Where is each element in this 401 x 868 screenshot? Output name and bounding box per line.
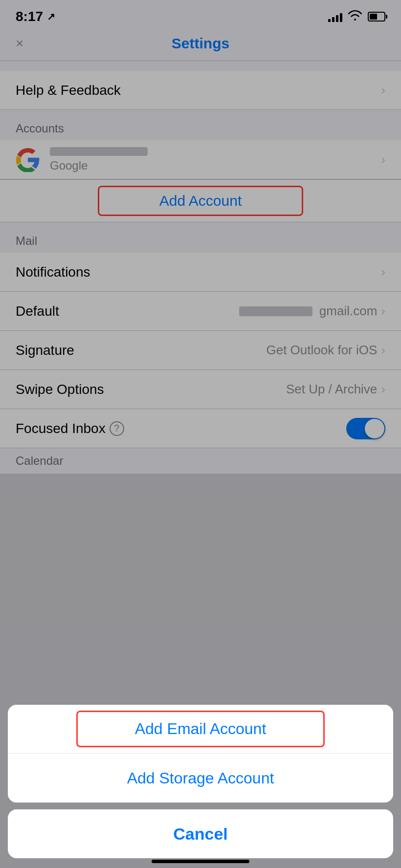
- add-storage-account-label: Add Storage Account: [127, 769, 274, 787]
- cancel-label: Cancel: [173, 825, 228, 844]
- add-email-account-item[interactable]: Add Email Account: [8, 705, 393, 754]
- action-sheet: Add Email Account Add Storage Account Ca…: [0, 705, 401, 868]
- action-sheet-main: Add Email Account Add Storage Account: [8, 705, 393, 803]
- cancel-button[interactable]: Cancel: [8, 809, 393, 858]
- add-storage-account-item[interactable]: Add Storage Account: [8, 754, 393, 803]
- add-email-account-label: Add Email Account: [135, 720, 267, 738]
- home-indicator: [152, 860, 249, 863]
